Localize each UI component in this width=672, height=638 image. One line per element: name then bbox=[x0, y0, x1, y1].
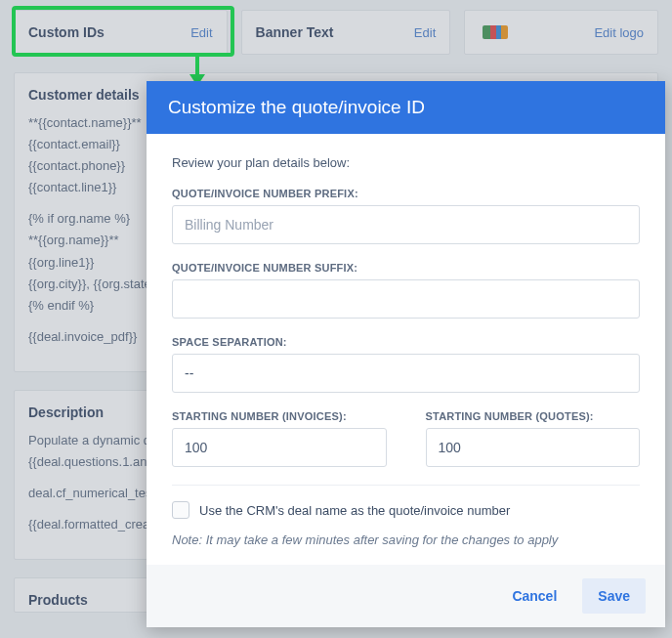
suffix-label: QUOTE/INVOICE NUMBER SUFFIX: bbox=[172, 262, 640, 274]
modal-footer: Cancel Save bbox=[147, 565, 665, 627]
starting-numbers-row: STARTING NUMBER (INVOICES): STARTING NUM… bbox=[172, 410, 640, 467]
suffix-field-group: QUOTE/INVOICE NUMBER SUFFIX: bbox=[172, 262, 640, 319]
prefix-input[interactable] bbox=[172, 205, 640, 244]
use-deal-name-checkbox[interactable] bbox=[172, 501, 189, 519]
start-invoices-label: STARTING NUMBER (INVOICES): bbox=[172, 410, 387, 422]
start-invoices-group: STARTING NUMBER (INVOICES): bbox=[172, 410, 387, 467]
start-invoices-input[interactable] bbox=[172, 428, 387, 467]
modal-body: Review your plan details below: QUOTE/IN… bbox=[147, 134, 665, 565]
modal-lead-text: Review your plan details below: bbox=[172, 155, 640, 170]
use-deal-name-row[interactable]: Use the CRM's deal name as the quote/inv… bbox=[172, 501, 640, 519]
use-deal-name-label: Use the CRM's deal name as the quote/inv… bbox=[199, 503, 510, 518]
cancel-button[interactable]: Cancel bbox=[496, 578, 572, 614]
customize-id-modal: Customize the quote/invoice ID Review yo… bbox=[147, 81, 665, 627]
start-quotes-group: STARTING NUMBER (QUOTES): bbox=[426, 410, 641, 467]
separator-input[interactable] bbox=[172, 354, 640, 393]
save-button[interactable]: Save bbox=[582, 578, 646, 614]
separator-label: SPACE SEPARATION: bbox=[172, 336, 640, 348]
prefix-label: QUOTE/INVOICE NUMBER PREFIX: bbox=[172, 188, 640, 199]
start-quotes-label: STARTING NUMBER (QUOTES): bbox=[426, 410, 641, 422]
start-quotes-input[interactable] bbox=[426, 428, 641, 467]
separator-rule bbox=[172, 485, 640, 486]
prefix-field-group: QUOTE/INVOICE NUMBER PREFIX: bbox=[172, 188, 640, 244]
modal-title: Customize the quote/invoice ID bbox=[147, 81, 665, 134]
suffix-input[interactable] bbox=[172, 279, 640, 319]
separator-field-group: SPACE SEPARATION: bbox=[172, 336, 640, 393]
modal-note: Note: It may take a few minutes after sa… bbox=[172, 532, 640, 547]
